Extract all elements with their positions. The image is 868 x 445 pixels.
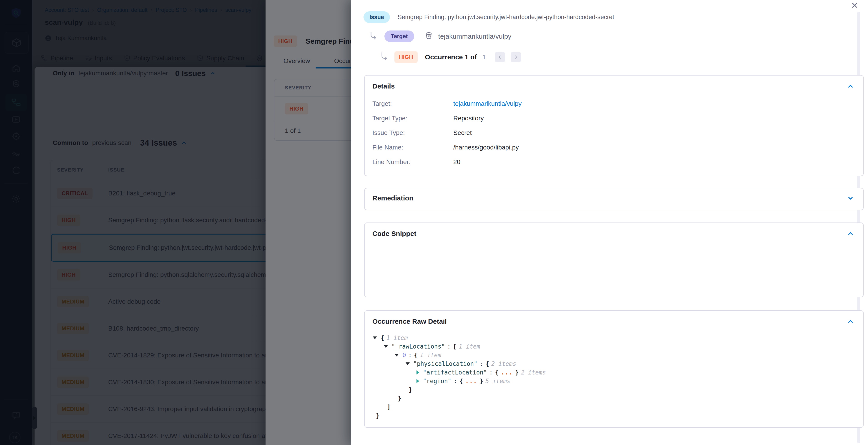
tree-closer: }: [409, 386, 412, 393]
tree-open-bracket: {: [380, 334, 384, 341]
tree-colon: :: [489, 369, 493, 376]
tree-toggle-icon[interactable]: [416, 379, 419, 383]
target-header-row: Target </> tejakummarikuntla/vulpy: [369, 30, 511, 42]
detail-value[interactable]: /harness/good/libapi.py: [453, 144, 519, 151]
repository-icon: </>: [424, 32, 433, 41]
tree-key: "region": [423, 378, 451, 384]
details-rows: Target: tejakummarikuntla/vulpy Target T…: [372, 96, 854, 169]
detail-value[interactable]: 20: [453, 158, 460, 166]
details-heading: Details: [372, 82, 395, 90]
details-row: Target: tejakummarikuntla/vulpy: [372, 96, 854, 111]
json-tree-row[interactable]: ]: [373, 403, 546, 411]
tree-item-count: 1 item: [459, 343, 480, 350]
target-tag: Target: [384, 30, 414, 42]
chevron-left-icon: [497, 55, 502, 60]
issue-tag: Issue: [364, 11, 390, 23]
tree-open-bracket: {: [485, 360, 489, 367]
severity-badge: HIGH: [395, 52, 417, 63]
tree-closer: }: [376, 412, 380, 419]
json-tree-row[interactable]: { 1 item: [373, 333, 546, 342]
tree-open-bracket: {: [414, 352, 417, 359]
elbow-arrow-icon: [380, 52, 389, 62]
occurrence-header-row: HIGH Occurrence 1 of 1: [380, 52, 521, 63]
target-name: tejakummarikuntla/vulpy: [438, 33, 512, 40]
code-block: [378, 246, 406, 268]
occurrence-total: 1: [482, 53, 486, 61]
tree-colon: :: [447, 343, 451, 350]
collapse-section-chevron-icon[interactable]: [847, 83, 854, 90]
occurrence-issue-title: Semgrep Finding: python.jwt.security.jwt…: [398, 13, 614, 21]
tree-collapsed-dots[interactable]: ...: [465, 378, 477, 384]
tree-closer: ]: [387, 404, 391, 410]
tree-index: 0: [402, 352, 406, 359]
raw-detail-card: Occurrence Raw Detail { 1 item: [364, 310, 864, 428]
expand-section-chevron-icon[interactable]: [847, 195, 854, 202]
detail-label: File Name:: [372, 144, 453, 151]
collapse-section-chevron-icon[interactable]: [847, 230, 854, 237]
occurrence-detail-drawer: Issue Semgrep Finding: python.jwt.securi…: [351, 0, 868, 445]
remediation-card: Remediation: [364, 188, 864, 210]
details-row: Target Type: Repository: [372, 111, 854, 126]
detail-label: Line Number:: [372, 158, 453, 166]
details-card: Details Target: tejakummarikuntla/vulpy …: [364, 75, 864, 176]
svg-text:</>: </>: [427, 35, 432, 37]
collapse-section-chevron-icon[interactable]: [847, 318, 854, 325]
tree-toggle-icon[interactable]: [416, 370, 419, 375]
json-tree-row[interactable]: "physicalLocation" : { 2 items: [373, 359, 546, 368]
remediation-heading: Remediation: [372, 194, 413, 202]
tree-colon: :: [480, 360, 483, 367]
tree-close-bracket: }: [515, 369, 519, 376]
detail-label: Issue Type:: [372, 129, 453, 137]
json-tree-row[interactable]: }: [373, 411, 546, 420]
tree-item-count: 5 items: [485, 378, 510, 384]
close-button[interactable]: [851, 1, 859, 9]
tree-key: "physicalLocation": [413, 360, 477, 367]
json-tree: { 1 item "_rawLocations" : [ 1 item: [373, 333, 546, 420]
json-tree-row[interactable]: }: [373, 385, 546, 394]
raw-detail-heading: Occurrence Raw Detail: [372, 318, 447, 325]
tree-open-bracket: [: [453, 343, 457, 350]
chevron-right-icon: [513, 55, 518, 60]
code-snippet-card: Code Snippet: [364, 222, 864, 297]
tree-open-bracket: {: [495, 369, 499, 376]
tree-colon: :: [408, 352, 412, 359]
tree-close-bracket: }: [480, 378, 483, 384]
screen: Account: STO test›Organization: default›…: [0, 0, 868, 445]
json-tree-row[interactable]: }: [373, 394, 546, 403]
tree-toggle-icon[interactable]: [395, 354, 399, 356]
json-tree-row[interactable]: "region" : { ... } 5 items: [373, 377, 546, 385]
tree-toggle-icon[interactable]: [373, 336, 377, 339]
previous-occurrence-button[interactable]: [495, 52, 505, 62]
elbow-arrow-icon: [369, 31, 378, 41]
json-tree-row[interactable]: "artifactLocation" : { ... } 2 items: [373, 368, 546, 377]
tree-toggle-icon[interactable]: [406, 362, 410, 365]
code-snippet-heading: Code Snippet: [372, 230, 416, 238]
detail-value[interactable]: Repository: [453, 115, 484, 122]
next-occurrence-button[interactable]: [510, 52, 521, 62]
tree-item-count: 1 item: [420, 352, 441, 359]
details-row: Issue Type: Secret: [372, 126, 854, 140]
tree-toggle-icon[interactable]: [384, 345, 388, 348]
details-row: Line Number: 20: [372, 155, 854, 169]
json-tree-row[interactable]: 0 : { 1 item: [373, 351, 546, 359]
tree-collapsed-dots[interactable]: ...: [501, 369, 513, 376]
detail-value[interactable]: Secret: [453, 129, 472, 137]
detail-value[interactable]: tejakummarikuntla/vulpy: [453, 100, 522, 108]
tree-key: "_rawLocations": [392, 343, 445, 350]
detail-label: Target:: [372, 100, 453, 108]
json-tree-row[interactable]: "_rawLocations" : [ 1 item: [373, 342, 546, 351]
tree-closer: }: [398, 395, 402, 402]
detail-label: Target Type:: [372, 115, 453, 122]
issue-header-row: Issue Semgrep Finding: python.jwt.securi…: [364, 11, 614, 23]
tree-item-count: 1 item: [386, 334, 408, 341]
close-icon: [851, 2, 858, 9]
tree-item-count: 2 items: [491, 360, 516, 367]
tree-key: "artifactLocation": [423, 369, 487, 376]
occurrence-label: Occurrence 1 of: [425, 53, 477, 61]
details-row: File Name: /harness/good/libapi.py: [372, 140, 854, 155]
tree-item-count: 2 items: [521, 369, 546, 376]
tree-open-bracket: {: [460, 378, 463, 384]
tree-colon: :: [454, 378, 457, 384]
